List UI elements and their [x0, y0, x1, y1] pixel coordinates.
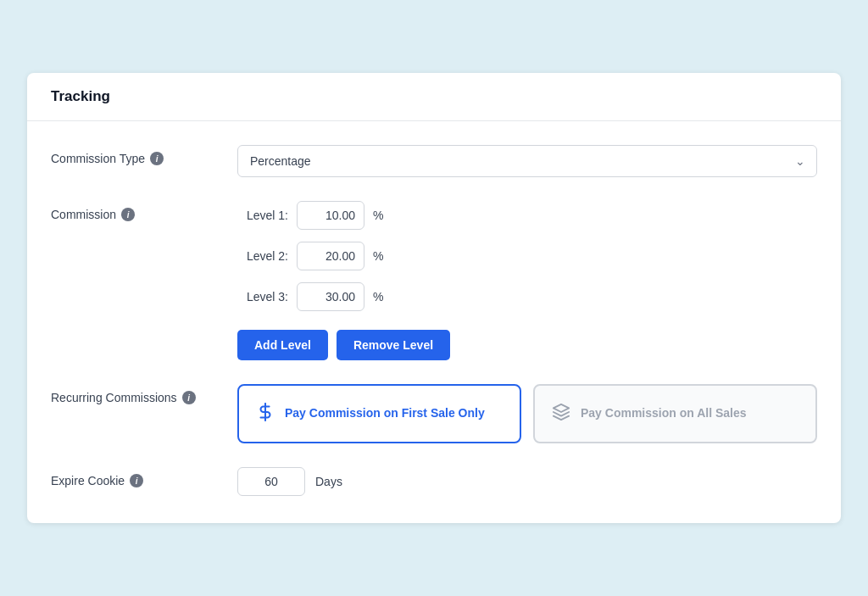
recurring-option-all-sales[interactable]: Pay Commission on All Sales	[533, 384, 817, 443]
commission-type-label: Commission Type i	[51, 145, 237, 165]
expire-cookie-input[interactable]	[237, 467, 305, 496]
level-3-input[interactable]	[297, 282, 364, 311]
expire-cookie-control: Days	[237, 467, 817, 496]
recurring-commissions-control: Pay Commission on First Sale Only Pay Co…	[237, 384, 817, 443]
layers-icon	[552, 403, 570, 426]
level-1-input[interactable]	[297, 201, 364, 230]
level-3-label: Level 3:	[237, 290, 288, 304]
commission-type-info-icon[interactable]: i	[150, 152, 164, 165]
commission-type-select[interactable]: Percentage Flat Rate	[237, 145, 817, 177]
commission-row: Commission i Level 1: % Level 2: %	[51, 201, 817, 360]
recurring-all-sales-text: Pay Commission on All Sales	[581, 405, 747, 422]
recurring-commissions-info-icon[interactable]: i	[182, 391, 196, 404]
recurring-first-sale-text: Pay Commission on First Sale Only	[285, 405, 485, 422]
card-header: Tracking	[27, 73, 841, 121]
level-1-row: Level 1: %	[237, 201, 817, 230]
level-2-row: Level 2: %	[237, 242, 817, 270]
expire-cookie-label: Expire Cookie i	[51, 467, 237, 487]
recurring-option-first-sale[interactable]: Pay Commission on First Sale Only	[237, 384, 521, 443]
recurring-commissions-label: Recurring Commissions i	[51, 384, 237, 404]
expire-row: Days	[237, 467, 817, 496]
level-2-input[interactable]	[297, 242, 364, 270]
level-3-row: Level 3: %	[237, 282, 817, 311]
level-2-label: Level 2:	[237, 249, 288, 263]
commission-type-control: Percentage Flat Rate ⌄	[237, 145, 817, 177]
remove-level-button[interactable]: Remove Level	[337, 330, 450, 360]
tracking-card: Tracking Commission Type i Percentage Fl…	[27, 73, 841, 523]
card-body: Commission Type i Percentage Flat Rate ⌄…	[27, 121, 841, 523]
commission-label: Commission i	[51, 201, 237, 221]
dollar-sign-icon	[256, 403, 275, 426]
commission-info-icon[interactable]: i	[121, 208, 135, 221]
level-2-unit: %	[373, 249, 383, 263]
expire-cookie-unit: Days	[315, 475, 342, 488]
recurring-options: Pay Commission on First Sale Only Pay Co…	[237, 384, 817, 443]
level-1-unit: %	[373, 209, 383, 222]
level-1-label: Level 1:	[237, 209, 288, 222]
commission-levels: Level 1: % Level 2: % Level 3: %	[237, 201, 817, 360]
svg-marker-1	[554, 404, 569, 411]
card-title: Tracking	[51, 88, 817, 105]
commission-control: Level 1: % Level 2: % Level 3: %	[237, 201, 817, 360]
commission-type-row: Commission Type i Percentage Flat Rate ⌄	[51, 145, 817, 177]
recurring-commissions-row: Recurring Commissions i Pay Commission o…	[51, 384, 817, 443]
level-buttons: Add Level Remove Level	[237, 330, 817, 360]
level-3-unit: %	[373, 290, 383, 304]
commission-type-select-wrapper: Percentage Flat Rate ⌄	[237, 145, 817, 177]
expire-cookie-row: Expire Cookie i Days	[51, 467, 817, 496]
expire-cookie-info-icon[interactable]: i	[130, 474, 143, 487]
add-level-button[interactable]: Add Level	[237, 330, 328, 360]
